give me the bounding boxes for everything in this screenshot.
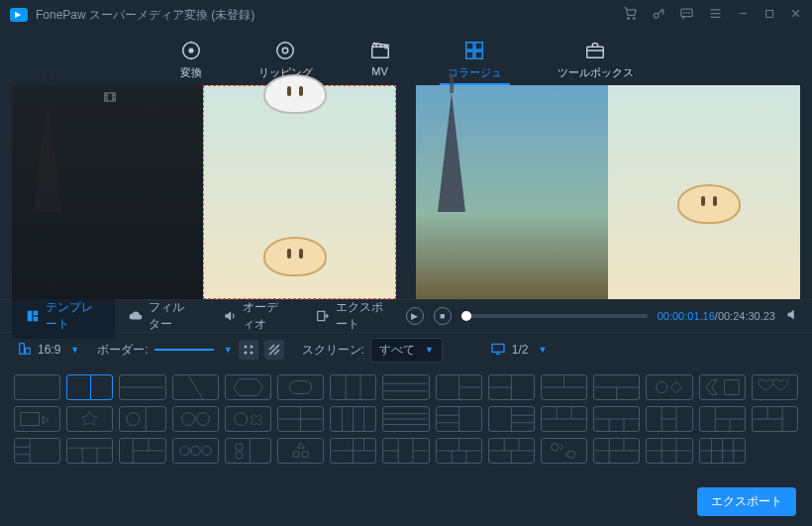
svg-point-2 [654, 13, 659, 18]
svg-point-28 [250, 352, 253, 355]
svg-point-112 [552, 444, 558, 451]
subtab-label: エクスポート [336, 299, 391, 333]
template-item[interactable] [593, 374, 640, 400]
template-item[interactable] [699, 438, 746, 464]
template-item[interactable] [488, 406, 535, 432]
canvas-slot-1[interactable] [12, 85, 203, 299]
svg-rect-16 [475, 52, 482, 58]
template-item[interactable] [225, 406, 271, 432]
template-item[interactable] [488, 438, 535, 464]
svg-point-90 [180, 446, 189, 455]
menu-icon[interactable] [708, 6, 723, 24]
svg-rect-19 [28, 311, 33, 322]
template-item[interactable] [119, 374, 165, 400]
svg-rect-23 [20, 343, 25, 354]
template-item[interactable] [225, 438, 271, 464]
screen-value: すべて [379, 342, 415, 359]
template-item[interactable] [541, 374, 587, 400]
template-item[interactable] [66, 438, 113, 464]
stop-button[interactable]: ■ [434, 307, 452, 325]
subtab-filter[interactable]: フィルター [115, 293, 208, 339]
aspect-selector[interactable]: 16:9 ▼ [18, 342, 79, 359]
cart-icon[interactable] [623, 6, 638, 24]
svg-point-11 [282, 48, 288, 53]
template-item[interactable] [330, 374, 376, 400]
template-item[interactable] [382, 406, 429, 432]
chevron-down-icon[interactable]: ▼ [224, 345, 233, 355]
toolbox-icon [583, 40, 607, 61]
template-item[interactable] [66, 406, 113, 432]
template-item[interactable] [277, 374, 324, 400]
cloud-icon [129, 309, 143, 323]
svg-point-5 [686, 13, 687, 14]
template-item[interactable] [488, 374, 535, 400]
subtab-audio[interactable]: オーディオ [209, 293, 302, 339]
template-item[interactable] [277, 438, 324, 464]
svg-point-10 [277, 43, 294, 59]
tab-convert[interactable]: 変換 [171, 38, 211, 85]
template-item[interactable] [330, 406, 376, 432]
template-item[interactable] [172, 374, 219, 400]
template-item[interactable] [66, 374, 113, 400]
screen-dropdown[interactable]: すべて ▼ [370, 338, 443, 363]
template-item[interactable] [646, 406, 692, 432]
export-button[interactable]: エクスポート [697, 487, 796, 516]
tab-toolbox[interactable]: ツールボックス [550, 38, 642, 85]
template-item[interactable] [593, 406, 640, 432]
minimize-icon[interactable] [737, 7, 750, 23]
chevron-down-icon[interactable]: ▼ [539, 345, 548, 355]
template-item[interactable] [382, 374, 429, 400]
template-item[interactable] [277, 406, 324, 432]
template-item[interactable] [382, 438, 429, 464]
subtab-template[interactable]: テンプレート [12, 293, 115, 339]
svg-point-92 [202, 446, 211, 455]
template-item[interactable] [436, 406, 482, 432]
svg-point-1 [633, 18, 635, 20]
template-item[interactable] [752, 406, 798, 432]
svg-point-25 [244, 346, 247, 349]
template-item[interactable] [225, 374, 271, 400]
template-item[interactable] [752, 374, 798, 400]
template-item[interactable] [119, 406, 165, 432]
template-item[interactable] [541, 438, 587, 464]
template-item[interactable] [436, 438, 482, 464]
template-item[interactable] [119, 438, 165, 464]
template-item[interactable] [646, 374, 692, 400]
svg-point-94 [235, 452, 242, 459]
template-item[interactable] [330, 438, 376, 464]
collage-canvas[interactable] [12, 85, 396, 299]
template-item[interactable] [14, 438, 60, 464]
svg-rect-24 [26, 348, 31, 354]
seek-knob[interactable] [461, 311, 471, 321]
page-value: 1/2 [512, 343, 529, 357]
subtab-export[interactable]: エクスポート [302, 293, 405, 339]
template-item[interactable] [699, 374, 746, 400]
template-item[interactable] [593, 438, 640, 464]
canvas-slot-2[interactable] [203, 85, 396, 299]
svg-rect-7 [766, 10, 773, 17]
seek-bar[interactable] [461, 314, 648, 318]
maximize-icon[interactable] [763, 8, 775, 23]
close-icon[interactable] [789, 7, 802, 23]
chat-icon[interactable] [679, 6, 694, 24]
play-button[interactable]: ▶ [406, 307, 424, 325]
volume-icon[interactable] [785, 307, 800, 325]
template-item[interactable] [172, 406, 219, 432]
border-line-style[interactable] [154, 349, 214, 351]
template-item[interactable] [436, 374, 482, 400]
video-preview[interactable] [416, 85, 800, 299]
template-item[interactable] [14, 406, 60, 432]
template-item[interactable] [646, 438, 692, 464]
screen-label: スクリーン: [302, 342, 364, 359]
aspect-icon [18, 342, 32, 359]
border-option-grid[interactable] [239, 340, 258, 360]
border-option-pattern[interactable] [264, 340, 284, 360]
key-icon[interactable] [652, 7, 665, 24]
svg-point-50 [196, 413, 209, 426]
template-item[interactable] [541, 406, 587, 432]
template-item[interactable] [172, 438, 219, 464]
tab-mv[interactable]: MV [360, 38, 400, 85]
template-item[interactable] [14, 374, 60, 400]
titlebar: FonePaw スーパーメディア変換 (未登録) [0, 0, 812, 30]
template-item[interactable] [699, 406, 746, 432]
